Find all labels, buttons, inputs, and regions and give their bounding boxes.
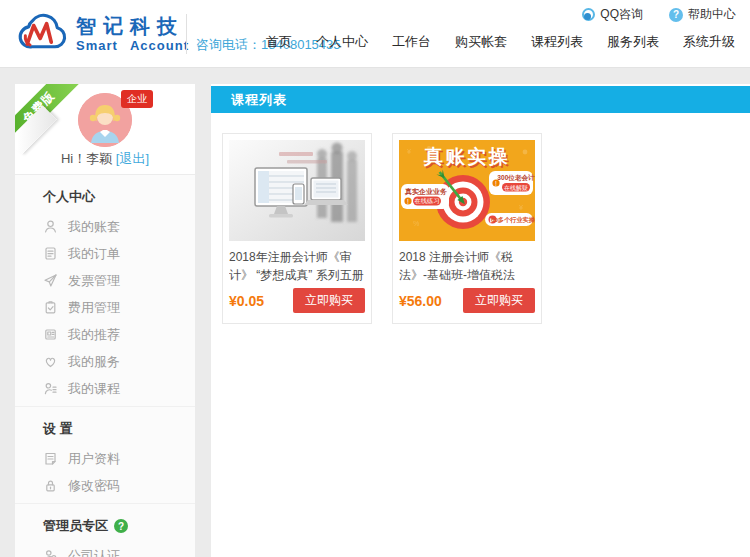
sidebar-item-label: 公司认证	[68, 547, 120, 557]
section-settings: 设 置 用户资料 修改密码	[15, 406, 195, 503]
brand-name-en: Smart Account	[76, 38, 189, 54]
brand-text: 智记科技 Smart Account	[76, 14, 189, 54]
svg-text:300位老会计: 300位老会计	[497, 174, 535, 182]
sidebar-item-my-account-sets[interactable]: 我的账套	[15, 213, 195, 240]
admin-help-icon[interactable]: ?	[114, 519, 128, 533]
header-divider	[186, 14, 187, 54]
bubble-right-top: ! 300位老会计 在线解疑	[489, 171, 535, 195]
nav-item-workbench[interactable]: 工作台	[387, 31, 436, 53]
user-search-icon	[43, 548, 58, 557]
sidebar-item-my-courses[interactable]: 我的课程	[15, 375, 195, 402]
greeting-text: Hi！李颖	[61, 151, 112, 166]
logout-link[interactable]: [退出]	[116, 151, 149, 166]
bubble-left: 真实企业业务 ! 在线练习	[401, 184, 449, 209]
sidebar-item-label: 我的课程	[68, 380, 120, 398]
svg-text:60多个行业实操: 60多个行业实操	[491, 216, 535, 224]
sidebar-item-expense-management[interactable]: 费用管理	[15, 294, 195, 321]
qq-consult-label: QQ咨询	[600, 6, 643, 23]
clipboard-check-icon	[43, 300, 58, 315]
course-title: 2018年注册会计师《审计》 “梦想成真” 系列五册通	[229, 248, 365, 285]
section-title-text: 管理员专区	[43, 517, 108, 535]
main-content: 课程列表	[211, 84, 750, 557]
brand-logo[interactable]: 智记科技 Smart Account	[14, 8, 189, 60]
course-card-audit[interactable]: 2018年注册会计师《审计》 “梦想成真” 系列五册通 ¥0.05 立即购买	[222, 133, 372, 324]
section-personal-center: 个人中心 我的账套 我的订单 发票管理 费用管理	[15, 175, 195, 406]
course-cards: 2018年注册会计师《审计》 “梦想成真” 系列五册通 ¥0.05 立即购买 ¥…	[211, 113, 750, 324]
svg-text:%: %	[413, 220, 419, 227]
help-center-label: 帮助中心	[688, 6, 736, 23]
svg-text:在线解疑: 在线解疑	[504, 185, 528, 192]
question-circle-icon: ?	[669, 8, 683, 22]
svg-text:在线练习: 在线练习	[414, 197, 439, 204]
section-title: 个人中心	[15, 175, 195, 213]
quick-links: QQ咨询 ? 帮助中心	[582, 6, 736, 23]
course-price: ¥56.00	[399, 293, 442, 309]
card-footer: ¥56.00 立即购买	[399, 288, 535, 313]
sidebar-item-label: 我的推荐	[68, 326, 120, 344]
sidebar-item-label: 用户资料	[68, 450, 120, 468]
user-icon	[43, 219, 58, 234]
sidebar-item-user-profile[interactable]: 用户资料	[15, 445, 195, 472]
sidebar-item-label: 我的服务	[68, 353, 120, 371]
cloud-logo-icon	[14, 8, 70, 60]
help-center-link[interactable]: ? 帮助中心	[669, 6, 736, 23]
buy-now-button[interactable]: 立即购买	[293, 288, 365, 313]
section-title: 管理员专区 ?	[15, 504, 195, 542]
order-doc-icon	[43, 246, 58, 261]
profile-card: 免费版 企业 Hi！李颖 [退出]	[15, 84, 195, 174]
qq-icon	[582, 8, 595, 21]
section-admin-zone: 管理员专区 ? 公司认证 成员列表	[15, 503, 195, 557]
nav-item-service-list[interactable]: 服务列表	[602, 31, 664, 53]
course-title: 2018 注册会计师《税法》-基础班-增值税法	[399, 248, 535, 285]
course-card-tax-law[interactable]: ¥¥% 真账实操 真账实操	[392, 133, 542, 324]
course-banner-target-image: ¥¥% 真账实操 真账实操	[399, 140, 535, 241]
qq-consult-link[interactable]: QQ咨询	[582, 6, 643, 23]
sidebar-item-label: 发票管理	[68, 272, 120, 290]
nav-item-buy-account-set[interactable]: 购买帐套	[450, 31, 512, 53]
greeting-row: Hi！李颖 [退出]	[15, 150, 195, 168]
course-banner-office-image	[229, 140, 365, 241]
sidebar-item-label: 修改密码	[68, 477, 120, 495]
nav-item-personal-center[interactable]: 个人中心	[311, 31, 373, 53]
svg-text:¥: ¥	[519, 204, 523, 211]
heart-icon	[43, 354, 58, 369]
sidebar-item-label: 我的订单	[68, 245, 120, 263]
nav-item-home[interactable]: 首页	[261, 31, 297, 53]
sidebar-menu: 个人中心 我的账套 我的订单 发票管理 费用管理	[15, 174, 195, 557]
svg-text:真实企业业务: 真实企业业务	[404, 187, 447, 196]
sidebar-item-my-referrals[interactable]: 我的推荐	[15, 321, 195, 348]
sidebar-item-label: 我的账套	[68, 218, 120, 236]
nav-item-system-upgrade[interactable]: 系统升级	[678, 31, 740, 53]
panel-title-bar: 课程列表	[211, 86, 750, 113]
sidebar-item-label: 费用管理	[68, 299, 120, 317]
svg-text:!: !	[407, 198, 409, 205]
sidebar-item-company-certification[interactable]: 公司认证	[15, 542, 195, 557]
sidebar-item-change-password[interactable]: 修改密码	[15, 472, 195, 499]
news-icon	[43, 327, 58, 342]
main-nav: 首页 个人中心 工作台 购买帐套 课程列表 服务列表 系统升级	[261, 31, 740, 53]
card-footer: ¥0.05 立即购买	[229, 288, 365, 313]
paper-plane-icon	[43, 273, 58, 288]
user-list-icon	[43, 381, 58, 396]
nav-item-course-list[interactable]: 课程列表	[526, 31, 588, 53]
sidebar: 免费版 企业 Hi！李颖 [退出]	[15, 84, 195, 557]
section-title: 设 置	[15, 407, 195, 445]
sidebar-item-invoice-management[interactable]: 发票管理	[15, 267, 195, 294]
svg-text:¥: ¥	[407, 148, 411, 155]
course-price: ¥0.05	[229, 293, 264, 309]
lock-icon	[43, 478, 58, 493]
banner-headline: 真账实操	[423, 146, 510, 167]
sidebar-item-my-services[interactable]: 我的服务	[15, 348, 195, 375]
buy-now-button[interactable]: 立即购买	[463, 288, 535, 313]
profile-doc-icon	[43, 451, 58, 466]
sidebar-item-my-orders[interactable]: 我的订单	[15, 240, 195, 267]
bubble-right-bottom: ▶ 60多个行业实操	[485, 213, 535, 226]
header: 智记科技 Smart Account 咨询电话：18408015435 QQ咨询…	[0, 0, 750, 68]
enterprise-badge: 企业	[121, 90, 153, 108]
brand-name-cn: 智记科技	[76, 14, 189, 38]
